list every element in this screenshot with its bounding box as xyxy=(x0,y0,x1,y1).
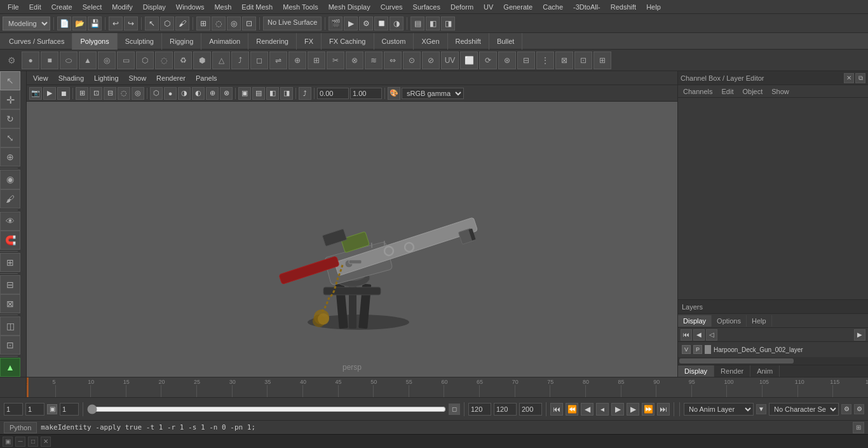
tab-fx[interactable]: FX xyxy=(297,33,322,50)
tab-bullet[interactable]: Bullet xyxy=(489,33,523,50)
vp-display3[interactable]: ◑ xyxy=(178,87,191,100)
open-scene-btn[interactable]: 📂 xyxy=(72,17,86,31)
vp-colorspace-icon[interactable]: 🎨 xyxy=(388,87,400,100)
layers-scrollbar[interactable] xyxy=(678,357,868,365)
shelf-xtra[interactable]: ⊠ xyxy=(555,51,573,69)
ipr-btn[interactable]: ▶ xyxy=(344,17,358,31)
maya-icon[interactable]: ▲ xyxy=(0,358,20,377)
tab-curves-surfaces[interactable]: Curves / Surfaces xyxy=(1,33,72,50)
go-end-btn[interactable]: ⏭ xyxy=(657,403,670,416)
char-set-icon[interactable]: ⚙ xyxy=(841,404,851,414)
tab-xgen[interactable]: XGen xyxy=(414,33,447,50)
redo-btn[interactable]: ↪ xyxy=(124,17,138,31)
translate-input[interactable] xyxy=(317,88,349,99)
quick-layout-btn[interactable]: ⊞ xyxy=(0,253,20,272)
shelf-uv[interactable]: UV xyxy=(441,51,459,69)
frame-tick-input[interactable] xyxy=(60,403,79,416)
snap-point-btn[interactable]: ◎ xyxy=(227,17,241,31)
no-character-set-select[interactable]: No Character Set xyxy=(769,403,839,416)
snap-grid-btn[interactable]: ⊞ xyxy=(196,17,210,31)
frame-number-input[interactable] xyxy=(25,403,44,416)
tab-custom[interactable]: Custom xyxy=(374,33,414,50)
char-set-icon2[interactable]: ⚙ xyxy=(854,404,864,414)
panel-float-btn[interactable]: ⧉ xyxy=(855,73,865,83)
menu-cache[interactable]: Cache xyxy=(538,2,568,12)
shading-menu[interactable]: Shading xyxy=(55,73,88,83)
play-fwd-btn[interactable]: ▶ xyxy=(611,403,624,416)
timeline-ruler[interactable]: 1510152025303540455055606570758085909510… xyxy=(27,377,868,397)
window-restore-btn[interactable]: □ xyxy=(28,437,38,447)
menu-redshift[interactable]: Redshift xyxy=(606,2,641,12)
vp-shading1[interactable]: ▣ xyxy=(238,87,251,100)
shelf-connect[interactable]: ⊗ xyxy=(346,51,363,69)
rs-btn2[interactable]: 🔲 xyxy=(374,17,388,31)
shelf-soccer[interactable]: ⬢ xyxy=(193,51,211,69)
shelf-prism[interactable]: ⬡ xyxy=(136,51,154,69)
lasso-btn[interactable]: ⬡ xyxy=(160,17,174,31)
tab-polygons[interactable]: Polygons xyxy=(72,33,117,50)
shelf-smooth[interactable]: ≋ xyxy=(365,51,383,69)
scale-input[interactable] xyxy=(350,88,382,99)
right-col-btn[interactable]: ▤ xyxy=(410,17,424,31)
vp-shading3[interactable]: ◧ xyxy=(266,87,279,100)
rs-btn3[interactable]: ◑ xyxy=(390,17,403,31)
rotate-tool[interactable]: ↻ xyxy=(0,109,20,128)
vp-camera-btn[interactable]: 📷 xyxy=(29,87,42,100)
paint-weights-btn[interactable]: 🖌 xyxy=(0,189,20,208)
vp-snap4[interactable]: ◌ xyxy=(118,87,130,100)
menu-display[interactable]: Display xyxy=(138,2,171,12)
python-settings-icon[interactable]: ⊞ xyxy=(853,422,864,433)
cb-channels-menu[interactable]: Channels xyxy=(681,86,715,97)
shelf-xtra2[interactable]: ⊡ xyxy=(574,51,592,69)
tab-redshift[interactable]: Redshift xyxy=(448,33,489,50)
shelf-sphere[interactable]: ● xyxy=(22,51,39,69)
view-menu[interactable]: View xyxy=(29,73,52,83)
shelf-bridge[interactable]: ⇌ xyxy=(269,51,287,69)
layer-pickable-btn[interactable]: P xyxy=(693,345,702,354)
grid-btn2[interactable]: ⊠ xyxy=(0,294,20,313)
menu-mesh-tools[interactable]: Mesh Tools xyxy=(278,2,323,12)
shelf-extrude[interactable]: ⤴ xyxy=(231,51,249,69)
new-scene-btn[interactable]: 📄 xyxy=(57,17,71,31)
shelf-mirror[interactable]: ⇔ xyxy=(384,51,402,69)
vp-display6[interactable]: ⊗ xyxy=(220,87,233,100)
cb-show-menu[interactable]: Show xyxy=(769,86,792,97)
anim-tab[interactable]: Anim xyxy=(750,365,780,377)
layers-help-tab[interactable]: Help xyxy=(747,315,772,327)
vp-display4[interactable]: ◐ xyxy=(192,87,205,100)
layers-arrow-left[interactable]: ◀ xyxy=(693,329,705,341)
playback-end-input[interactable] xyxy=(494,403,517,416)
vp-snap3[interactable]: ⊟ xyxy=(104,87,116,100)
undo-btn[interactable]: ↩ xyxy=(109,17,123,31)
shelf-helix[interactable]: ♻ xyxy=(174,51,192,69)
menu-edit[interactable]: Edit xyxy=(24,2,46,12)
menu-uv[interactable]: UV xyxy=(478,2,498,12)
start-frame-input[interactable] xyxy=(4,403,23,416)
shelf-unfold[interactable]: ⟳ xyxy=(479,51,497,69)
vp-shading4[interactable]: ◨ xyxy=(280,87,293,100)
shelf-optimize[interactable]: ⊛ xyxy=(498,51,516,69)
layer-item-0[interactable]: V P Harpoon_Deck_Gun_002_layer xyxy=(679,343,867,356)
vp-display2[interactable]: ● xyxy=(164,87,177,100)
universal-tool[interactable]: ⊕ xyxy=(0,147,20,166)
vp-misc1[interactable]: ⤴ xyxy=(299,87,311,100)
shelf-combine[interactable]: ⊙ xyxy=(403,51,421,69)
render-settings-btn[interactable]: ⚙ xyxy=(359,17,373,31)
soft-select-btn[interactable]: ◉ xyxy=(0,170,20,189)
cb-edit-menu[interactable]: Edit xyxy=(719,86,736,97)
anim-end-input[interactable] xyxy=(468,403,491,416)
renderer-menu[interactable]: Renderer xyxy=(153,73,189,83)
shelf-multicut[interactable]: ✂ xyxy=(327,51,344,69)
vp-snap2[interactable]: ⊡ xyxy=(90,87,102,100)
lighting-menu[interactable]: Lighting xyxy=(90,73,123,83)
vp-stop-btn[interactable]: ⏹ xyxy=(57,87,70,100)
next-frame-btn[interactable]: ▶ xyxy=(627,403,639,416)
layer-color-swatch[interactable] xyxy=(705,345,711,354)
tab-fx-caching[interactable]: FX Caching xyxy=(322,33,374,50)
right-col-btn3[interactable]: ◨ xyxy=(441,17,455,31)
menu-curves[interactable]: Curves xyxy=(376,2,408,12)
vp-play-btn[interactable]: ▶ xyxy=(43,87,56,100)
vp-display1[interactable]: ⬡ xyxy=(150,87,163,100)
shelf-layout[interactable]: ⊟ xyxy=(517,51,535,69)
layers-arrow-right[interactable]: ▶ xyxy=(854,329,865,341)
